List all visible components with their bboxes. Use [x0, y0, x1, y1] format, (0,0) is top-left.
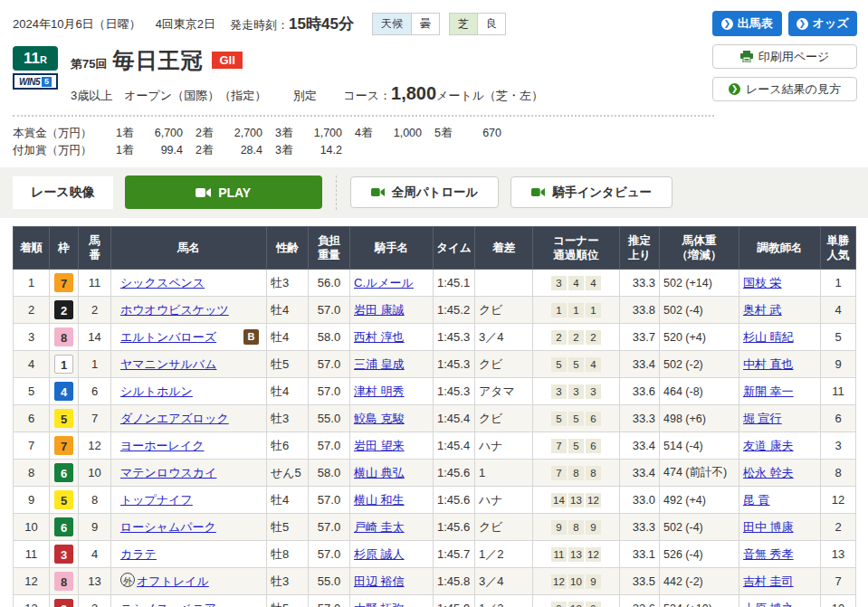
trainer-link[interactable]: 杉山 晴紀: [743, 330, 794, 344]
horse-name-link[interactable]: ダノンエアズロック: [120, 412, 229, 425]
sex-age-cell: 牡5: [267, 514, 309, 541]
result-row: 657ダノンエアズロック牡355.0鮫島 克駿1:45.4クビ55633.349…: [14, 405, 856, 432]
horse-name-link[interactable]: エルトンバローズ: [120, 330, 216, 344]
margin-cell: クビ: [475, 405, 533, 432]
jockey-link[interactable]: 田辺 裕信: [354, 574, 405, 588]
jockey-interview-button[interactable]: 騎手インタビュー: [510, 176, 672, 208]
sex-age-cell: 牡4: [267, 378, 309, 405]
jockey-link[interactable]: 戸崎 圭太: [354, 520, 405, 534]
bracket-cell: 7: [50, 270, 79, 297]
favorite-rank-cell: 12: [821, 487, 856, 514]
horse-name-cell: マテンロウスカイ: [111, 460, 267, 487]
prize-section: 本賞金（万円）1着6,7002着2,7003着1,7004着1,0005着670…: [13, 125, 855, 160]
race-video-tab[interactable]: レース映像: [13, 176, 113, 209]
bracket-badge: 5: [54, 490, 73, 509]
horse-name-link[interactable]: オフトレイル: [137, 574, 209, 588]
turf-condition-value: 良: [477, 14, 505, 34]
horse-weight-cell: 502 (-2): [660, 351, 739, 378]
column-header-3: 馬名: [111, 226, 267, 270]
jockey-link[interactable]: 大野 拓弥: [354, 602, 405, 607]
load-weight-cell: 57.0: [309, 487, 350, 514]
horse-name-link[interactable]: シックスペンス: [120, 276, 205, 289]
prize-amount: 6,700: [139, 125, 183, 142]
video-camera-icon: [196, 187, 211, 198]
horse-weight-cell: 492 (+4): [660, 487, 739, 514]
bracket-cell: 7: [50, 432, 79, 460]
result-guide-button[interactable]: ❯ レース結果の見方: [712, 77, 857, 101]
jockey-link[interactable]: 津村 明秀: [354, 384, 405, 398]
added-prize-label: 付加賞（万円）: [13, 142, 103, 159]
horse-name-grow: エルトンバローズ: [120, 329, 243, 346]
trainer-link[interactable]: 堀 宣行: [743, 412, 782, 425]
main-prize-row: 本賞金（万円）1着6,7002着2,7003着1,7004着1,0005着670: [13, 125, 855, 142]
trainer-link[interactable]: 田中 博康: [743, 520, 794, 534]
favorite-rank-cell: 7: [821, 568, 856, 595]
trainer-cell: 上原 博之: [739, 595, 821, 607]
jockey-cell: 横山 典弘: [350, 460, 434, 487]
horse-name-link[interactable]: ニシノスーベニア: [120, 602, 216, 607]
jockey-link[interactable]: 西村 淳也: [354, 330, 405, 344]
trainer-link[interactable]: 昆 貢: [743, 493, 770, 507]
prize-place: 1着: [116, 125, 139, 142]
patrol-video-button[interactable]: 全周パトロール: [350, 176, 500, 208]
odds-button[interactable]: ❯ オッズ: [788, 11, 858, 36]
horse-name-link[interactable]: カラテ: [120, 547, 157, 561]
jockey-link[interactable]: 横山 和生: [354, 493, 405, 507]
trainer-link[interactable]: 松永 幹夫: [743, 466, 794, 479]
bracket-badge: 5: [54, 409, 73, 428]
race-name: 毎日王冠: [112, 48, 203, 72]
jockey-link[interactable]: 鮫島 克駿: [354, 412, 405, 425]
horse-name-link[interactable]: シルトホルン: [120, 384, 193, 398]
jockey-cell: 大野 拓弥: [350, 595, 434, 607]
jockey-link[interactable]: 横山 典弘: [354, 466, 405, 479]
corner-position-box: 7: [551, 439, 567, 453]
horse-name-link[interactable]: ローシャムパーク: [120, 520, 216, 534]
sex-age-cell: 牡4: [267, 324, 309, 351]
trainer-link[interactable]: 上原 博之: [743, 602, 794, 607]
prize-place: 3着: [275, 142, 299, 159]
jockey-link[interactable]: 岩田 望来: [354, 439, 405, 452]
trainer-link[interactable]: 新開 幸一: [743, 384, 794, 398]
result-row: 1333ニシノスーベニア牡557.0大野 拓弥1:45.91／2910933.6…: [14, 595, 856, 607]
prize-amount: 28.4: [219, 142, 262, 159]
prize-amount: 1,000: [378, 125, 422, 142]
corner-position-box: 13: [568, 547, 584, 562]
course-info: コース：1,800メートル（芝・左）: [343, 89, 543, 102]
horse-name-link[interactable]: マテンロウスカイ: [120, 466, 216, 479]
horse-number-cell: 1: [79, 351, 111, 378]
corner-order-cell: 556: [533, 405, 620, 432]
load-weight-cell: 56.0: [309, 270, 350, 297]
margin-cell: アタマ: [475, 378, 533, 405]
margin-cell: 3／4: [475, 568, 533, 595]
print-page-button[interactable]: 印刷用ページ: [712, 44, 857, 69]
horse-name-grow: ホウオウビスケッツ: [120, 302, 262, 318]
result-row: 1069ローシャムパーク牡557.0戸崎 圭太1:45.6クビ98933.350…: [14, 514, 856, 541]
trainer-link[interactable]: 音無 秀孝: [743, 547, 794, 561]
blue-button-row: ❯ 出馬表 ❯ オッズ: [712, 11, 857, 36]
jockey-link[interactable]: 岩田 康誠: [354, 303, 405, 317]
jockey-link[interactable]: C.ルメール: [354, 276, 414, 289]
trainer-link[interactable]: 友道 康夫: [743, 439, 794, 452]
play-button[interactable]: PLAY: [125, 175, 322, 209]
last-3f-cell: 33.8: [620, 297, 660, 324]
trainer-link[interactable]: 中村 直也: [743, 357, 794, 371]
horse-name-link[interactable]: ホウオウビスケッツ: [120, 303, 229, 317]
jockey-link[interactable]: 三浦 皇成: [354, 357, 405, 371]
horse-name-link[interactable]: トップナイフ: [120, 493, 193, 507]
trainer-link[interactable]: 奥村 武: [743, 303, 782, 317]
corner-position-box: 12: [551, 574, 567, 589]
trainer-link[interactable]: 吉村 圭司: [743, 574, 794, 588]
horse-name-link[interactable]: ヨーホーレイク: [120, 439, 205, 452]
trainer-cell: 奥村 武: [739, 297, 821, 324]
favorite-rank-cell: 10: [821, 595, 856, 607]
trainer-link[interactable]: 国枝 栄: [743, 276, 782, 289]
horse-name-link[interactable]: ヤマニンサルバム: [120, 357, 216, 371]
bracket-badge: 6: [54, 463, 73, 482]
jockey-link[interactable]: 杉原 誠人: [354, 547, 405, 561]
video-camera-icon: [371, 187, 385, 197]
entries-button[interactable]: ❯ 出馬表: [712, 11, 782, 36]
trainer-cell: 昆 貢: [739, 487, 821, 514]
start-time-label: 発走時刻：: [230, 18, 289, 32]
last-3f-cell: 33.5: [620, 568, 660, 595]
sex-age-cell: 牡4: [267, 297, 309, 324]
